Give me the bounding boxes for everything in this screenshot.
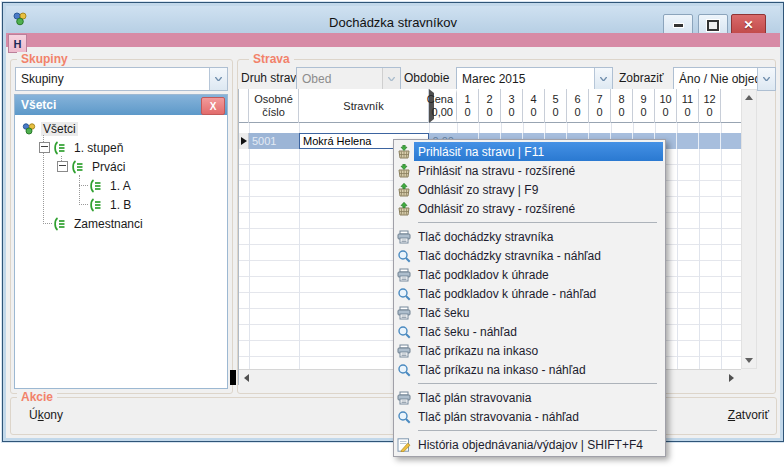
tree-item-label: 1. B: [108, 198, 133, 212]
minimize-icon: [673, 23, 684, 28]
preview-icon: [394, 284, 414, 303]
collapse-toggle-icon[interactable]: [57, 161, 68, 172]
menu-item-label: Tlač plán stravovania - náhľad: [418, 410, 579, 424]
grid-column-line: [677, 123, 678, 369]
basket-add-icon: [394, 161, 414, 180]
grid-header-day-7[interactable]: 70: [589, 89, 611, 123]
cell-day-11[interactable]: [677, 133, 699, 149]
group-icon: [70, 160, 86, 174]
grid-header-day-5[interactable]: 50: [545, 89, 567, 123]
grid-header-day-4[interactable]: 40: [523, 89, 545, 123]
row-indicator: [239, 133, 249, 149]
chevron-down-icon[interactable]: [594, 68, 612, 90]
skupiny-combobox-value: Skupiny: [16, 72, 209, 86]
tree-item-3[interactable]: 1. A: [15, 176, 227, 195]
scroll-up-icon[interactable]: [745, 95, 753, 100]
menu-item-3[interactable]: Odhlásiť zo stravy - rozšírené: [394, 199, 665, 218]
grid-column-line: [249, 123, 250, 369]
menu-item-17[interactable]: História objednávania/výdajov | SHIFT+F4: [394, 435, 665, 454]
tree-item-2[interactable]: Prváci: [15, 157, 227, 176]
skupiny-combobox[interactable]: Skupiny: [15, 67, 228, 91]
grid-header-stravnik[interactable]: Stravník: [299, 89, 429, 123]
printer-icon: [394, 265, 414, 284]
group-icon: [52, 141, 68, 155]
grid-header-day-9[interactable]: 90: [633, 89, 655, 123]
menu-item-9[interactable]: Tlač šeku: [394, 303, 665, 322]
tree-item-1[interactable]: 1. stupeň: [15, 138, 227, 157]
vsetci-panel-title: Všetci: [21, 98, 56, 112]
menu-item-label: Tlač príkazu na inkaso: [418, 344, 538, 358]
grid-header-day-2[interactable]: 20: [479, 89, 501, 123]
menu-item-12[interactable]: Tlač príkazu na inkaso - náhľad: [394, 360, 665, 379]
tree-connector: [79, 185, 88, 186]
printer-icon: [394, 341, 414, 360]
grid-header-day-6[interactable]: 60: [567, 89, 589, 123]
tree-connector: [79, 204, 88, 205]
group-icon: [88, 198, 104, 212]
screen: Dochádzka stravníkov ✕ H Skupiny Skupiny…: [0, 0, 784, 467]
menu-item-14[interactable]: Tlač plán stravovania: [394, 388, 665, 407]
vsetci-panel: Všetci X Všetci1. stupeňPrváci1. A1. BZa…: [14, 94, 228, 389]
menu-item-7[interactable]: Tlač podkladov k úhrade: [394, 265, 665, 284]
menu-item-1[interactable]: Prihlásiť na stravu - rozšírené: [394, 161, 665, 180]
toolbar-strip: [6, 33, 780, 47]
menu-item-6[interactable]: Tlač dochádzky stravníka - náhľad: [394, 246, 665, 265]
grid-header-day-10[interactable]: 100: [655, 89, 677, 123]
grid-header-day-3[interactable]: 30: [501, 89, 523, 123]
cell-osobne-cislo[interactable]: 5001: [249, 133, 299, 149]
tree-item-0[interactable]: Všetci: [15, 119, 227, 138]
strava-group-label: Strava: [249, 52, 294, 66]
basket-remove-icon: [394, 180, 414, 199]
chevron-down-icon[interactable]: [209, 68, 227, 90]
menu-item-15[interactable]: Tlač plán stravovania - náhľad: [394, 407, 665, 426]
menu-item-5[interactable]: Tlač dochádzky stravníka: [394, 227, 665, 246]
zobrazit-combobox[interactable]: Áno / Nie objedna: [673, 67, 776, 91]
panel-close-button[interactable]: X: [201, 97, 225, 115]
grid-header-day-8[interactable]: 80: [611, 89, 633, 123]
menu-item-0[interactable]: Prihlásiť na stravu | F11: [394, 142, 665, 161]
menu-item-10[interactable]: Tlač šeku - náhľad: [394, 322, 665, 341]
menu-item-2[interactable]: Odhlásiť zo stravy | F9: [394, 180, 665, 199]
app-icon: [12, 11, 28, 27]
obdobie-value: Marec 2015: [457, 72, 594, 86]
druh-stravy-value: Obed: [297, 72, 382, 86]
obdobie-combobox[interactable]: Marec 2015: [456, 67, 613, 91]
grid-column-line: [699, 123, 700, 369]
scroll-down-icon[interactable]: [745, 358, 753, 363]
menu-item-label: Tlač dochádzky stravníka: [418, 230, 553, 244]
grid-header-day-12[interactable]: 120: [699, 89, 721, 123]
ukony-button[interactable]: Úkony: [29, 397, 63, 433]
menu-separator: [394, 426, 665, 435]
grid-header-day-1[interactable]: 10: [457, 89, 479, 123]
scrollbar-corner: [741, 369, 757, 385]
menu-item-label: Odhlásiť zo stravy | F9: [418, 183, 538, 197]
basket-add-icon: [394, 142, 414, 161]
tree-item-label: 1. stupeň: [72, 141, 125, 155]
scroll-right-icon[interactable]: [729, 374, 734, 382]
grid-column-line: [721, 123, 722, 369]
zobrazit-value: Áno / Nie objedna: [674, 72, 757, 86]
chevron-down-icon[interactable]: [757, 68, 775, 90]
cell-day-13[interactable]: [721, 133, 741, 149]
grid-header-osobne-cislo[interactable]: Osobné číslo: [249, 89, 299, 123]
panel-splitter[interactable]: [230, 370, 236, 385]
vertical-scrollbar[interactable]: [741, 89, 757, 369]
menu-item-label: Prihlásiť na stravu | F11: [418, 145, 544, 159]
printer-icon: [394, 227, 414, 246]
grid-header-day-11[interactable]: 110: [677, 89, 699, 123]
tree-item-label: 1. A: [108, 179, 133, 193]
h-toolbar-button[interactable]: H: [8, 34, 27, 53]
preview-icon: [394, 246, 414, 265]
tree-item-4[interactable]: 1. B: [15, 195, 227, 214]
grid-header-cena[interactable]: Cena 0,00: [429, 89, 457, 123]
tree-indent-slot: [39, 142, 52, 153]
menu-separator: [394, 218, 665, 227]
menu-item-8[interactable]: Tlač podkladov k úhrade - náhľad: [394, 284, 665, 303]
menu-item-11[interactable]: Tlač príkazu na inkaso: [394, 341, 665, 360]
row-indicator-icon: [241, 137, 247, 145]
collapse-toggle-icon[interactable]: [39, 142, 50, 153]
menu-item-label: Tlač šeku - náhľad: [418, 325, 517, 339]
scroll-left-icon[interactable]: [244, 374, 249, 382]
zatvorit-button[interactable]: Zatvoriť: [728, 397, 769, 433]
cell-day-12[interactable]: [699, 133, 721, 149]
